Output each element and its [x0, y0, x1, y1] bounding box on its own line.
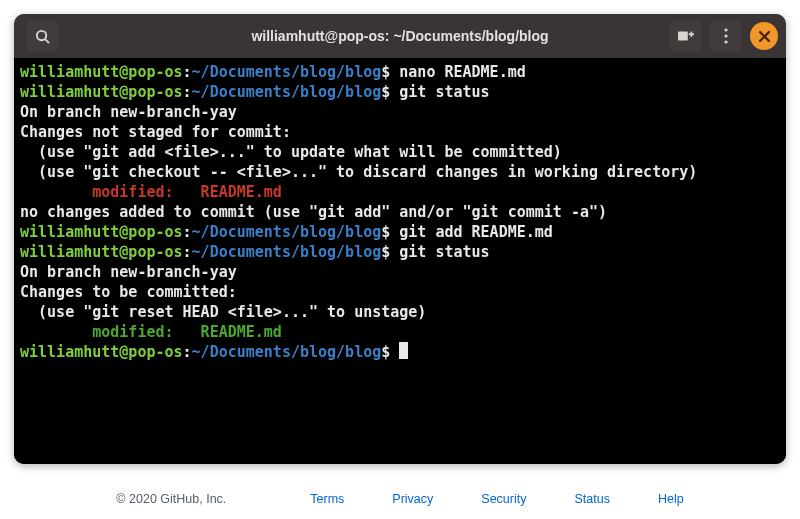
footer-link-help[interactable]: Help: [658, 492, 684, 506]
terminal-prompt[interactable]: williamhutt@pop-os:~/Documents/blog/blog…: [20, 342, 780, 362]
svg-rect-4: [690, 32, 692, 37]
footer-link-terms[interactable]: Terms: [310, 492, 344, 506]
svg-line-1: [45, 39, 49, 43]
page-footer: © 2020 GitHub, Inc. Terms Privacy Securi…: [0, 478, 800, 506]
copyright: © 2020 GitHub, Inc.: [116, 492, 226, 506]
terminal-line: modified: README.md: [20, 182, 780, 202]
svg-rect-2: [678, 32, 688, 41]
titlebar: [14, 14, 786, 58]
svg-point-0: [36, 30, 45, 39]
terminal-line: (use "git add <file>..." to update what …: [20, 142, 780, 162]
terminal-line: williamhutt@pop-os:~/Documents/blog/blog…: [20, 242, 780, 262]
footer-link-status[interactable]: Status: [574, 492, 609, 506]
terminal-line: On branch new-branch-yay: [20, 102, 780, 122]
new-tab-icon[interactable]: [670, 20, 702, 52]
close-icon[interactable]: [750, 22, 778, 50]
terminal-line: no changes added to commit (use "git add…: [20, 202, 780, 222]
terminal-line: williamhutt@pop-os:~/Documents/blog/blog…: [20, 222, 780, 242]
terminal-line: Changes to be committed:: [20, 282, 780, 302]
terminal-line: williamhutt@pop-os:~/Documents/blog/blog…: [20, 82, 780, 102]
svg-point-6: [724, 34, 727, 37]
terminal-window: williamhutt@pop-os:~/Documents/blog/blog…: [14, 14, 786, 464]
footer-link-privacy[interactable]: Privacy: [392, 492, 433, 506]
terminal-line: modified: README.md: [20, 322, 780, 342]
svg-point-7: [724, 40, 727, 43]
search-icon[interactable]: [26, 20, 58, 52]
terminal-output[interactable]: williamhutt@pop-os:~/Documents/blog/blog…: [14, 58, 786, 464]
kebab-menu-icon[interactable]: [710, 20, 742, 52]
svg-point-5: [724, 28, 727, 31]
terminal-line: (use "git reset HEAD <file>..." to unsta…: [20, 302, 780, 322]
cursor: [399, 342, 408, 359]
footer-link-security[interactable]: Security: [481, 492, 526, 506]
terminal-line: On branch new-branch-yay: [20, 262, 780, 282]
terminal-line: Changes not staged for commit:: [20, 122, 780, 142]
terminal-line: williamhutt@pop-os:~/Documents/blog/blog…: [20, 62, 780, 82]
terminal-line: (use "git checkout -- <file>..." to disc…: [20, 162, 780, 182]
